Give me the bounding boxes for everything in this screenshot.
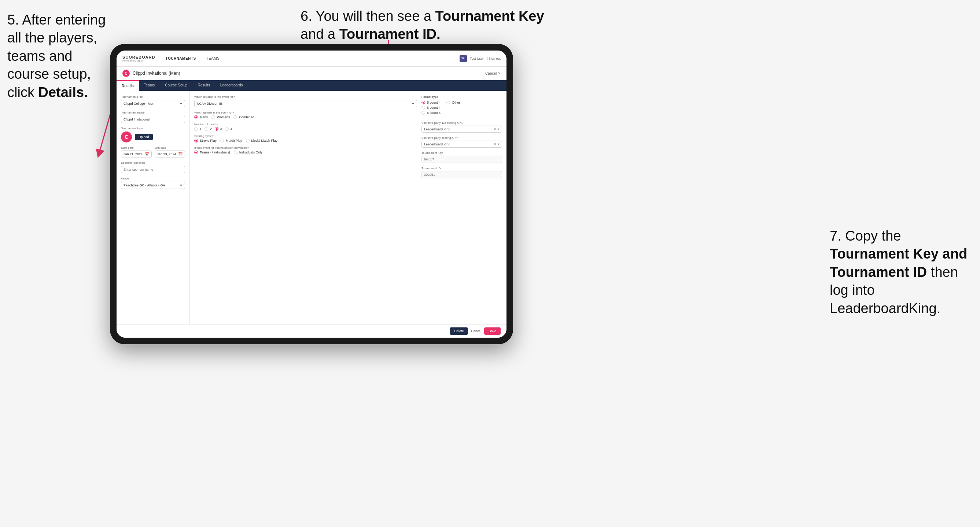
start-date-input[interactable]: Jan 21, 2024 📅 bbox=[121, 151, 152, 157]
date-row: Start date Jan 21, 2024 📅 End date Jan 2… bbox=[121, 146, 185, 157]
mid-col: Which division is the event for? NCAA Di… bbox=[194, 95, 417, 320]
format-options-row: 5 count 4 6 count 4 6 count 5 bbox=[422, 101, 502, 117]
logo-sub: Powered by clippd bbox=[123, 59, 155, 62]
rounds-1[interactable]: 1 bbox=[194, 127, 202, 131]
gender-combined[interactable]: Combined bbox=[234, 115, 254, 119]
teams-plus-radio[interactable] bbox=[194, 151, 198, 154]
third-party-2-label: Use third-party scoring API? bbox=[422, 136, 502, 140]
upload-button[interactable]: Upload bbox=[135, 134, 153, 140]
gender-mens-radio[interactable] bbox=[194, 115, 198, 119]
rounds-2-radio[interactable] bbox=[205, 127, 208, 131]
format-6count4[interactable]: 6 count 4 bbox=[422, 106, 441, 110]
format-6count4-radio[interactable] bbox=[422, 106, 425, 110]
individuals-only-radio[interactable] bbox=[234, 151, 237, 154]
rounds-3[interactable]: 3 bbox=[215, 127, 222, 131]
rounds-4-radio[interactable] bbox=[225, 127, 229, 131]
format-group: Format type 5 count 4 6 count 4 bbox=[422, 95, 502, 117]
scoring-label: Scoring system bbox=[194, 134, 417, 138]
scoring-stroke[interactable]: Stroke Play bbox=[194, 139, 216, 143]
format-5count4-radio[interactable] bbox=[422, 101, 425, 105]
gender-label: Which gender is the event for? bbox=[194, 111, 417, 114]
third-party-1-label: Use third-party live scoring API? bbox=[422, 121, 502, 124]
tab-leaderboards[interactable]: Leaderboards bbox=[215, 80, 248, 91]
tournament-name: Clippd Invitational (Men) bbox=[133, 71, 180, 76]
teams-plus-individuals[interactable]: Teams (+Individuals) bbox=[194, 151, 230, 154]
tournament-name-input[interactable] bbox=[121, 116, 185, 123]
nav-tournaments[interactable]: TOURNAMENTS bbox=[164, 56, 197, 61]
tab-teams[interactable]: Teams bbox=[139, 80, 160, 91]
sponsor-label: Sponsor (optional) bbox=[121, 161, 185, 164]
division-label: Which division is the event for? bbox=[194, 95, 417, 98]
rounds-2[interactable]: 2 bbox=[205, 127, 212, 131]
scoring-match-radio[interactable] bbox=[220, 139, 224, 143]
save-button[interactable]: Save bbox=[484, 327, 501, 335]
format-6count5-radio[interactable] bbox=[422, 111, 425, 114]
user-avatar: TU bbox=[460, 55, 467, 62]
format-other-radio[interactable] bbox=[446, 101, 450, 105]
delete-button[interactable]: Delete bbox=[450, 327, 468, 335]
instruction-bottom-right: 7. Copy the Tournament Key and Tournamen… bbox=[830, 227, 969, 317]
third-party-1-group: Use third-party live scoring API? Leader… bbox=[422, 121, 502, 133]
individuals-only[interactable]: Individuals Only bbox=[234, 151, 263, 154]
gender-womens-radio[interactable] bbox=[212, 115, 215, 119]
clear-api-2-button[interactable]: ✕ ▾ bbox=[494, 142, 500, 146]
calendar-icon-end: 📅 bbox=[178, 152, 183, 156]
third-party-1-input[interactable]: Leaderboard King ✕ ▾ bbox=[422, 125, 502, 133]
tournament-logo-group: Tournament logo C Upload bbox=[121, 127, 185, 143]
tournament-host-group: Tournament Host Clippd College - Men bbox=[121, 95, 185, 107]
tournament-key-label: Tournament Key bbox=[422, 151, 502, 154]
end-date-label: End date bbox=[155, 146, 185, 149]
nav-right: TU Test User | Sign out bbox=[460, 55, 501, 62]
rounds-radio-row: 1 2 3 4 bbox=[194, 127, 417, 131]
tab-details[interactable]: Details bbox=[116, 80, 139, 91]
tabs-bar: Details Teams Course Setup Results Leade… bbox=[116, 80, 506, 91]
calendar-icon-start: 📅 bbox=[145, 152, 149, 156]
gender-womens[interactable]: Womens bbox=[212, 115, 230, 119]
top-nav: SCOREBOARD Powered by clippd TOURNAMENTS… bbox=[116, 51, 506, 67]
end-date-input[interactable]: Jan 23, 2024 📅 bbox=[155, 151, 185, 157]
right-col: Which division is the event for? NCAA Di… bbox=[190, 91, 506, 324]
nav-teams[interactable]: TEAMS bbox=[205, 56, 221, 61]
gender-combined-radio[interactable] bbox=[234, 115, 237, 119]
cancel-close[interactable]: Cancel ✕ bbox=[485, 71, 501, 75]
sponsor-input[interactable] bbox=[121, 166, 185, 173]
tournament-host-select[interactable]: Clippd College - Men bbox=[121, 100, 185, 107]
rounds-3-radio[interactable] bbox=[215, 127, 218, 131]
end-date-group: End date Jan 23, 2024 📅 bbox=[155, 146, 185, 157]
tab-course-setup[interactable]: Course Setup bbox=[160, 80, 192, 91]
main-content: Tournament Host Clippd College - Men Tou… bbox=[116, 91, 506, 324]
rounds-4[interactable]: 4 bbox=[225, 127, 232, 131]
sign-out-link[interactable]: | Sign out bbox=[487, 57, 501, 60]
rounds-1-radio[interactable] bbox=[194, 127, 198, 131]
scoring-medal-radio[interactable] bbox=[246, 139, 250, 143]
tablet-screen: SCOREBOARD Powered by clippd TOURNAMENTS… bbox=[116, 51, 506, 338]
format-6count5[interactable]: 6 count 5 bbox=[422, 111, 441, 114]
tournament-id-group: Tournament ID 302051 bbox=[422, 167, 502, 178]
division-select[interactable]: NCAA Division III bbox=[194, 100, 417, 107]
venue-select[interactable]: Peachtree GC - Atlanta - GA bbox=[121, 182, 185, 189]
format-label: Format type bbox=[422, 95, 502, 98]
rounds-group: Number of rounds 1 2 bbox=[194, 123, 417, 131]
dates-group: Start date Jan 21, 2024 📅 End date Jan 2… bbox=[121, 146, 185, 157]
format-other-group: Other bbox=[446, 101, 460, 114]
logo-text: SCOREBOARD bbox=[123, 55, 155, 59]
tab-results[interactable]: Results bbox=[192, 80, 215, 91]
user-label: Test User bbox=[470, 57, 484, 60]
tournament-key-group: Tournament Key 6efbb7 bbox=[422, 151, 502, 163]
gender-group: Which gender is the event for? Mens Wome… bbox=[194, 111, 417, 119]
tournament-logo-icon: C bbox=[123, 70, 130, 77]
scoring-medal[interactable]: Medal Match Play bbox=[246, 139, 278, 143]
scoring-stroke-radio[interactable] bbox=[194, 139, 198, 143]
start-date-group: Start date Jan 21, 2024 📅 bbox=[121, 146, 152, 157]
third-party-2-input[interactable]: Leaderboard King ✕ ▾ bbox=[422, 141, 502, 148]
instruction-left: 5. After entering all the players, teams… bbox=[7, 11, 110, 102]
logo-upload-area: C Upload bbox=[121, 132, 185, 143]
format-5count4[interactable]: 5 count 4 bbox=[422, 101, 441, 105]
clear-api-1-button[interactable]: ✕ ▾ bbox=[494, 127, 500, 131]
gender-mens[interactable]: Mens bbox=[194, 115, 208, 119]
format-other[interactable]: Other bbox=[446, 101, 460, 105]
scoring-match[interactable]: Match Play bbox=[220, 139, 242, 143]
third-party-2-group: Use third-party scoring API? Leaderboard… bbox=[422, 136, 502, 148]
cancel-button[interactable]: Cancel bbox=[471, 329, 481, 333]
tournament-id-value: 302051 bbox=[422, 171, 502, 178]
